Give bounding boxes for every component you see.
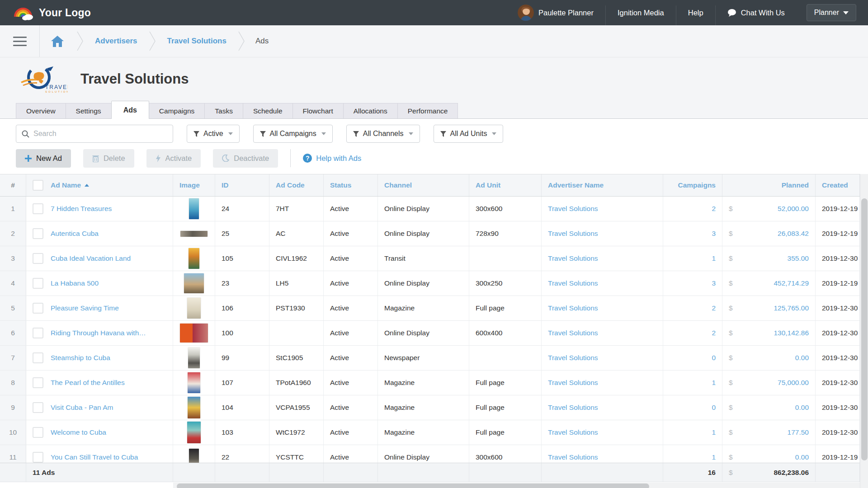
campaigns-count-link[interactable]: 1 [712,453,716,461]
column-header-ad-unit[interactable]: Ad Unit [469,174,542,196]
ad-thumbnail[interactable] [188,397,200,418]
ad-thumbnail[interactable] [180,231,208,237]
column-header-advertiser-name[interactable]: Advertiser Name [542,174,663,196]
vertical-scrollbar-thumb[interactable] [861,198,868,460]
advertiser-name-link[interactable]: Travel Solutions [548,230,598,238]
tab-settings[interactable]: Settings [66,103,112,118]
ad-thumbnail[interactable] [188,372,200,393]
menu-toggle-button[interactable] [0,25,40,57]
tab-overview[interactable]: Overview [16,103,66,118]
planned-amount-link[interactable]: 355.00 [788,254,809,263]
breadcrumb-home[interactable] [40,35,77,47]
row-checkbox[interactable] [33,402,43,413]
ad-name-link[interactable]: 7 Hidden Treasures [51,205,112,213]
ad-thumbnail[interactable] [189,198,199,219]
ad-name-link[interactable]: Pleasure Saving Time [51,304,119,312]
planned-amount-link[interactable]: 52,000.00 [778,205,809,213]
ad-thumbnail[interactable] [187,422,201,443]
planned-amount-link[interactable]: 26,083.42 [778,230,809,238]
delete-button[interactable]: Delete [83,149,134,168]
campaigns-count-link[interactable]: 1 [712,254,716,263]
planned-amount-link[interactable]: 0.00 [795,354,809,362]
campaigns-count-link[interactable]: 3 [712,279,716,287]
column-header-status[interactable]: Status [324,174,378,196]
advertiser-name-link[interactable]: Travel Solutions [548,279,598,287]
planned-amount-link[interactable]: 0.00 [795,453,809,461]
help-with-ads-link[interactable]: ? Help with Ads [303,154,361,163]
campaigns-count-link[interactable]: 2 [712,329,716,337]
ad-thumbnail[interactable] [184,273,204,293]
column-header-channel[interactable]: Channel [378,174,469,196]
planned-amount-link[interactable]: 452,714.29 [774,279,809,287]
breadcrumb-travel-solutions[interactable]: Travel Solutions [156,37,238,46]
ad-name-link[interactable]: The Pearl of the Antilles [51,379,125,387]
column-header-id[interactable]: ID [215,174,269,196]
new-ad-button[interactable]: New Ad [16,149,71,168]
chat-with-us-link[interactable]: Chat With Us [716,9,797,17]
ad-name-link[interactable]: Autentica Cuba [51,230,99,238]
app-logo[interactable]: Your Logo [14,5,91,20]
column-header-ad-name[interactable]: Ad Name [26,174,173,196]
tab-allocations[interactable]: Allocations [343,103,398,118]
column-header-ad-code[interactable]: Ad Code [269,174,324,196]
column-header-campaigns[interactable]: Campaigns [663,174,722,196]
campaigns-count-link[interactable]: 2 [712,304,716,312]
deactivate-button[interactable]: Deactivate [213,149,278,168]
campaigns-count-link[interactable]: 3 [712,230,716,238]
advertiser-name-link[interactable]: Travel Solutions [548,304,598,312]
vertical-scrollbar[interactable] [860,174,868,488]
advertiser-name-link[interactable]: Travel Solutions [548,354,598,362]
channels-filter-dropdown[interactable]: All Channels [346,125,420,143]
campaigns-count-link[interactable]: 1 [712,428,716,436]
campaigns-count-link[interactable]: 0 [712,404,716,412]
ad-name-link[interactable]: Riding Through Havana with… [51,329,146,337]
tab-performance[interactable]: Performance [397,103,458,118]
tab-tasks[interactable]: Tasks [204,103,243,118]
campaigns-count-link[interactable]: 2 [712,205,716,213]
horizontal-scrollbar-thumb[interactable] [177,483,649,488]
row-checkbox[interactable] [33,427,43,438]
row-checkbox[interactable] [33,253,43,264]
search-input[interactable] [33,130,167,138]
advertiser-name-link[interactable]: Travel Solutions [548,404,598,412]
user-menu[interactable]: Paulette Planner [506,5,605,21]
row-checkbox[interactable] [33,203,43,214]
ad-name-link[interactable]: Cuba Ideal Vacation Land [51,254,131,263]
planned-amount-link[interactable]: 75,000.00 [778,379,809,387]
advertiser-name-link[interactable]: Travel Solutions [548,329,598,337]
org-link[interactable]: Ignition Media [606,9,676,17]
ad-thumbnail[interactable] [189,248,199,269]
ad-name-link[interactable]: Welcome to Cuba [51,428,106,436]
column-header-image[interactable]: Image [173,174,215,196]
planned-amount-link[interactable]: 177.50 [788,428,809,436]
activate-button[interactable]: Activate [146,149,201,168]
horizontal-scrollbar[interactable] [173,483,860,488]
planned-amount-link[interactable]: 0.00 [795,404,809,412]
ad-thumbnail[interactable] [188,347,200,368]
row-checkbox[interactable] [33,278,43,289]
advertiser-name-link[interactable]: Travel Solutions [548,379,598,387]
row-checkbox[interactable] [33,228,43,239]
row-checkbox[interactable] [33,303,43,314]
row-checkbox[interactable] [33,377,43,388]
column-header-planned[interactable]: Planned [722,174,816,196]
ad-name-link[interactable]: Steamship to Cuba [51,354,110,362]
tab-flowchart[interactable]: Flowchart [292,103,344,118]
row-checkbox[interactable] [33,452,43,463]
advertiser-name-link[interactable]: Travel Solutions [548,205,598,213]
ad-thumbnail[interactable] [189,449,199,463]
campaigns-filter-dropdown[interactable]: All Campaigns [253,125,333,143]
tab-ads[interactable]: Ads [111,101,149,119]
campaigns-count-link[interactable]: 0 [712,354,716,362]
planned-amount-link[interactable]: 130,142.86 [774,329,809,337]
column-header-created[interactable]: Created [816,174,860,196]
ad-name-link[interactable]: You Can Still Travel to Cuba [51,453,138,461]
ad-name-link[interactable]: Visit Cuba - Pan Am [51,404,113,412]
campaigns-count-link[interactable]: 1 [712,379,716,387]
breadcrumb-advertisers[interactable]: Advertisers [83,37,149,46]
ad-thumbnail[interactable] [187,298,201,319]
planned-amount-link[interactable]: 125,765.00 [774,304,809,312]
help-link[interactable]: Help [676,9,715,17]
tab-schedule[interactable]: Schedule [243,103,293,118]
select-all-checkbox[interactable] [33,180,43,191]
